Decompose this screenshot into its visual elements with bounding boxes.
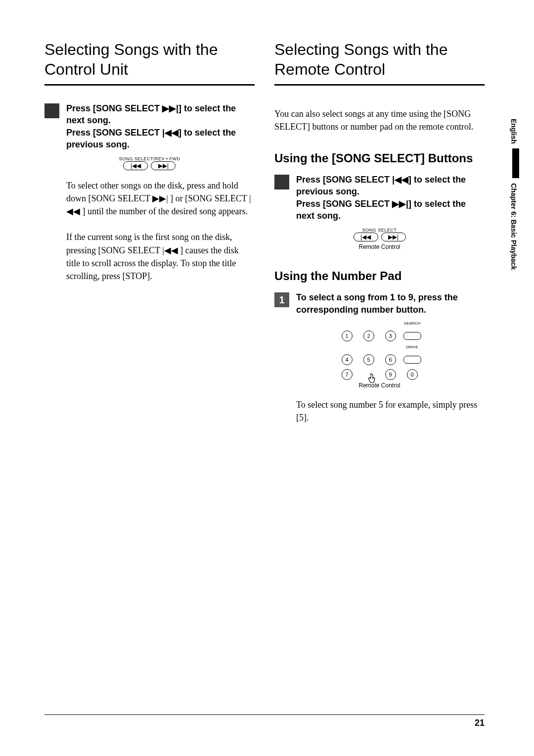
numpad-3-icon: 3 [385, 331, 396, 341]
right-paragraph-after: To select song number 5 for example, sim… [296, 398, 485, 424]
number-pad-diagram: SEARCH 1 2 3 DRIVE 4 5 6 7 [274, 322, 485, 389]
rev-button-icon: |◀◀ [123, 161, 148, 170]
text-fragment: Press [SONG SELECT [66, 103, 162, 113]
right-step1-text: Press [SONG SELECT |◀◀] to select the pr… [296, 174, 485, 222]
numpad-7-icon: 7 [342, 369, 353, 380]
search-button-icon [403, 332, 421, 340]
numpad-0-icon: 0 [407, 369, 418, 380]
numpad-6-icon: 6 [385, 354, 396, 365]
rev-icon: |◀◀ [392, 175, 408, 185]
step-marker-blank [274, 175, 289, 189]
fwd-icon: ▶▶| [162, 103, 178, 113]
text-fragment: Press [SONG SELECT [66, 128, 162, 138]
left-column: Selecting Songs with the Control Unit Pr… [44, 40, 255, 716]
step-marker-1: 1 [274, 292, 289, 307]
diagram-caption: Remote Control [354, 243, 406, 250]
right-step2-text: To select a song from 1 to 9, press the … [296, 291, 485, 316]
fwd-icon: ▶▶| [392, 199, 408, 209]
right-step-block-2: 1 To select a song from 1 to 9, press th… [274, 291, 485, 316]
remote-song-select-diagram: SONG SELECT |◀◀ ▶▶| Remote Control [274, 228, 485, 251]
left-heading: Selecting Songs with the Control Unit [44, 40, 255, 86]
left-step-block: Press [SONG SELECT ▶▶|] to select the ne… [44, 102, 255, 150]
text-fragment: Press [SONG SELECT [296, 199, 392, 209]
left-paragraph-1: To select other songs on the disk, press… [66, 179, 255, 218]
numpad-4-icon: 4 [342, 354, 353, 365]
step-marker-blank [44, 103, 59, 118]
numpad-2-icon: 2 [363, 331, 374, 341]
page-number: 21 [475, 718, 485, 728]
numpad-1-icon: 1 [342, 331, 353, 341]
right-heading: Selecting Songs with the Remote Control [274, 40, 485, 86]
side-tab-bar-icon [512, 148, 519, 178]
right-step-block-1: Press [SONG SELECT |◀◀] to select the pr… [274, 174, 485, 222]
rev-icon: |◀◀ [162, 128, 178, 138]
search-label: SEARCH [404, 322, 420, 327]
side-tab-language: English [510, 119, 518, 144]
numpad-9-icon: 9 [385, 369, 396, 380]
drive-button-icon [403, 356, 421, 364]
control-unit-button-diagram: SONG SELECT/REV • FWD |◀◀ ▶▶| [44, 156, 255, 170]
diagram-label: SONG SELECT [354, 228, 406, 233]
page-content: Selecting Songs with the Control Unit Pr… [0, 0, 534, 746]
right-column: Selecting Songs with the Remote Control … [274, 40, 485, 716]
page-footer: 21 [44, 714, 485, 728]
subheading-number-pad: Using the Number Pad [274, 269, 485, 284]
side-tab-chapter: Chapter 6: Basic Playback [510, 183, 518, 270]
rev-button-icon: |◀◀ [354, 233, 378, 241]
side-tab: English Chapter 6: Basic Playback [510, 119, 519, 270]
left-paragraph-2: If the current song is the first song on… [66, 231, 255, 282]
right-intro: You can also select songs at any time us… [274, 107, 485, 133]
pointing-hand-icon [365, 372, 380, 386]
subheading-song-select: Using the [SONG SELECT] Buttons [274, 151, 485, 166]
left-step-text: Press [SONG SELECT ▶▶|] to select the ne… [66, 102, 255, 150]
numpad-5-icon: 5 [363, 354, 374, 365]
drive-label: DRIVE [406, 345, 418, 350]
fwd-button-icon: ▶▶| [151, 161, 176, 170]
text-fragment: Press [SONG SELECT [296, 175, 392, 185]
diagram-label: SONG SELECT/REV • FWD [119, 156, 180, 161]
diagram-caption: Remote Control [338, 382, 421, 389]
fwd-button-icon: ▶▶| [381, 233, 406, 241]
